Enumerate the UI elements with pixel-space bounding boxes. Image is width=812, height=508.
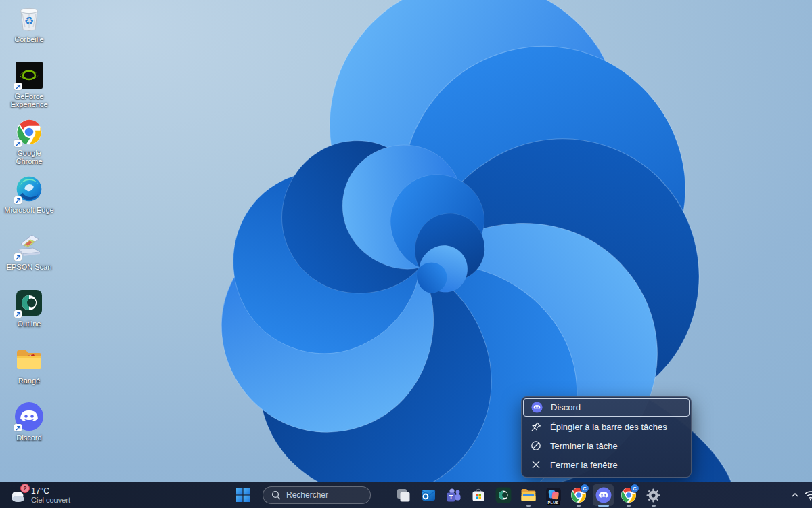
desktop-icon-label: Microsoft Edge xyxy=(4,206,53,214)
taskbar-context-menu: Discord Épingler à la barre des tâches T… xyxy=(521,396,692,478)
epson-scan-icon xyxy=(14,230,45,261)
shortcut-arrow-icon xyxy=(14,83,22,90)
file-explorer-icon xyxy=(520,488,537,503)
desktop-icon-google-chrome[interactable]: Google Chrome xyxy=(3,117,55,173)
taskbar-app-plus[interactable]: PLUS xyxy=(541,482,566,508)
folder-icon xyxy=(14,344,45,375)
outlook-icon xyxy=(420,487,436,503)
desktop-icon-recycle-bin[interactable]: ♻ Corbeille xyxy=(3,3,55,60)
desktop-icon-label: EPSON Scan xyxy=(7,263,52,271)
svg-text:♻: ♻ xyxy=(24,14,34,27)
google-chrome-icon xyxy=(14,117,45,148)
running-indicator xyxy=(526,505,531,507)
menu-item-label: Discord xyxy=(551,402,581,412)
menu-item-discord[interactable]: Discord xyxy=(523,398,690,417)
end-task-icon xyxy=(530,440,542,452)
desktop-icon-label: Discord xyxy=(16,433,41,442)
microsoft-store-icon xyxy=(470,487,487,503)
search-input[interactable]: Rechercher xyxy=(263,486,371,504)
desktop-icon-label: Corbeille xyxy=(14,35,43,43)
taskbar: 2 17°C Ciel couvert Rechercher xyxy=(0,482,812,508)
menu-item-label: Fermer la fenêtre xyxy=(550,460,618,470)
desktop-icon-discord[interactable]: Discord xyxy=(3,401,55,458)
tray-network-button[interactable] xyxy=(804,482,812,508)
running-indicator xyxy=(627,505,631,507)
desktop-icon-label: Outline xyxy=(18,320,41,328)
shortcut-arrow-icon xyxy=(14,253,22,261)
taskbar-app-row: T xyxy=(390,482,666,508)
taskbar-app-outlook[interactable] xyxy=(415,482,441,508)
outline-icon xyxy=(14,287,45,318)
microsoft-edge-icon xyxy=(14,173,45,205)
settings-gear-icon xyxy=(646,488,661,503)
desktop-icon-grid: ♻ Corbeille GeForce Experience xyxy=(3,3,55,458)
taskbar-app-settings[interactable] xyxy=(641,482,666,508)
running-indicator-active xyxy=(598,505,609,507)
taskbar-app-outline[interactable] xyxy=(491,482,516,508)
menu-item-pin-to-taskbar[interactable]: Épingler à la barre des tâches xyxy=(523,417,690,436)
plus-app-badge: PLUS xyxy=(547,501,560,505)
discord-icon xyxy=(531,402,543,414)
svg-text:T: T xyxy=(449,494,453,501)
taskbar-app-file-explorer[interactable] xyxy=(516,482,541,508)
desktop-icon-epson-scan[interactable]: EPSON Scan xyxy=(3,230,55,287)
taskbar-app-chrome-1[interactable]: C xyxy=(566,482,591,508)
system-tray xyxy=(786,482,812,508)
taskbar-app-microsoft-store[interactable] xyxy=(466,482,491,508)
taskbar-app-teams[interactable]: T xyxy=(441,482,466,508)
discord-icon xyxy=(14,401,45,432)
weather-alert-badge: 2 xyxy=(20,484,30,493)
taskbar-app-discord[interactable] xyxy=(591,482,616,508)
teams-icon: T xyxy=(445,487,461,503)
shortcut-arrow-icon xyxy=(14,310,22,318)
recycle-bin-icon: ♻ xyxy=(14,3,45,34)
close-icon xyxy=(530,459,542,471)
geforce-experience-icon xyxy=(14,60,45,91)
chrome-profile-badge: C xyxy=(581,484,589,492)
discord-icon xyxy=(595,487,612,503)
start-button[interactable] xyxy=(234,487,252,503)
running-indicator xyxy=(652,505,656,507)
taskbar-app-chrome-2[interactable]: C xyxy=(616,482,641,508)
search-icon xyxy=(271,490,281,500)
wifi-icon xyxy=(804,488,812,502)
shortcut-arrow-icon xyxy=(14,196,22,204)
desktop-icon-geforce-experience[interactable]: GeForce Experience xyxy=(3,60,55,117)
menu-item-close-window[interactable]: Fermer la fenêtre xyxy=(523,455,690,474)
task-view-icon xyxy=(396,488,411,503)
desktop-icon-microsoft-edge[interactable]: Microsoft Edge xyxy=(3,173,55,230)
running-indicator xyxy=(577,505,581,507)
desktop-icon-outline[interactable]: Outline xyxy=(3,287,55,344)
shortcut-arrow-icon xyxy=(14,424,22,431)
chrome-profile-badge: C xyxy=(631,484,639,492)
shortcut-arrow-icon xyxy=(14,140,22,147)
outline-icon xyxy=(495,487,512,503)
windows-logo-icon xyxy=(235,488,250,503)
pin-icon xyxy=(530,421,542,433)
desktop-icon-folder-range[interactable]: Rangé xyxy=(3,344,55,401)
desktop-icon-label: Google Chrome xyxy=(3,149,55,165)
desktop-icon-label: Rangé xyxy=(18,377,40,385)
weather-widget[interactable]: 2 17°C Ciel couvert xyxy=(4,482,76,508)
tray-expand-button[interactable] xyxy=(786,482,804,508)
search-placeholder: Rechercher xyxy=(286,490,328,500)
weather-condition: Ciel couvert xyxy=(31,496,70,505)
chevron-up-icon xyxy=(790,490,800,500)
weather-temperature: 17°C xyxy=(31,486,70,496)
desktop-icon-label: GeForce Experience xyxy=(3,92,55,108)
menu-item-label: Épingler à la barre des tâches xyxy=(550,422,667,432)
menu-item-label: Terminer la tâche xyxy=(550,441,618,451)
menu-item-end-task[interactable]: Terminer la tâche xyxy=(523,436,690,455)
task-view-button[interactable] xyxy=(390,482,415,508)
